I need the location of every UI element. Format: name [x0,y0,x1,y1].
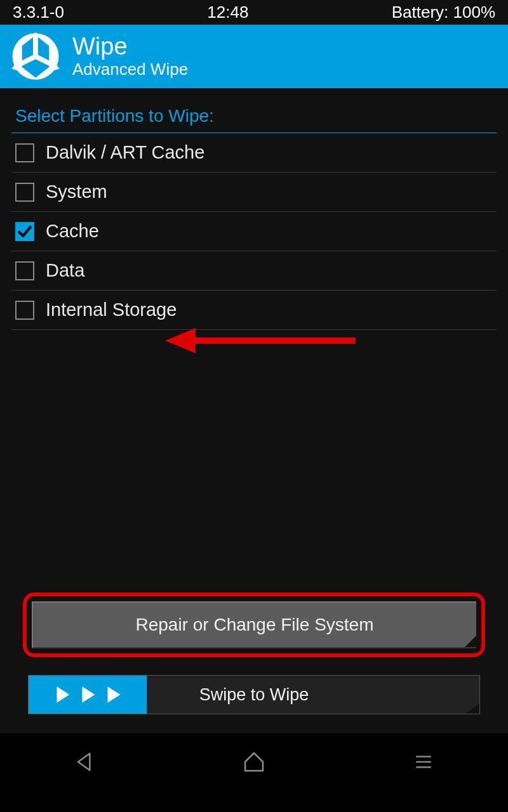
swipe-to-wipe-slider[interactable]: Swipe to Wipe [28,675,480,714]
partition-item-cache[interactable]: Cache [11,212,497,251]
partition-item-dalvik[interactable]: Dalvik / ART Cache [11,133,497,173]
partition-item-data[interactable]: Data [11,251,497,291]
main-content: Select Partitions to Wipe: Dalvik / ART … [0,88,508,732]
svg-marker-5 [57,686,70,703]
svg-marker-4 [165,328,196,353]
nav-menu-button[interactable] [404,743,443,781]
home-icon [241,749,267,775]
checkbox-icon[interactable] [15,261,34,280]
annotation-highlight: Repair or Change File System [23,593,485,657]
repair-change-fs-button[interactable]: Repair or Change File System [32,601,476,648]
page-header: Wipe Advanced Wipe [0,25,508,88]
menu-lines-icon [411,749,436,775]
swipe-label: Swipe to Wipe [199,685,309,705]
chevron-right-icon [102,684,124,705]
button-area: Repair or Change File System Swipe to Wi… [11,593,497,714]
nav-home-button[interactable] [235,743,273,781]
battery-label: Battery: 100% [392,3,495,22]
checkbox-checked-icon[interactable] [15,222,34,241]
svg-marker-7 [108,686,121,703]
checkbox-icon[interactable] [15,301,34,320]
swipe-handle[interactable] [29,676,147,714]
chevron-right-icon [51,684,73,705]
nav-back-button[interactable] [65,743,104,781]
section-title: Select Partitions to Wipe: [11,88,497,133]
checkbox-icon[interactable] [15,183,34,202]
svg-marker-6 [83,686,95,703]
partition-label: System [46,181,107,202]
partition-label: Dalvik / ART Cache [46,142,204,163]
partition-label: Data [46,260,84,281]
annotation-arrow-icon [165,328,356,353]
status-bar: 3.3.1-0 12:48 Battery: 100% [0,0,508,25]
clock-label: 12:48 [207,3,248,22]
version-label: 3.3.1-0 [13,3,64,22]
checkbox-icon[interactable] [15,143,34,162]
button-label: Repair or Change File System [135,615,373,635]
partition-item-internal-storage[interactable]: Internal Storage [11,291,497,330]
page-title: Wipe [72,34,188,60]
page-subtitle: Advanced Wipe [72,60,188,79]
partition-item-system[interactable]: System [11,173,497,212]
chevron-right-icon [77,684,98,705]
back-triangle-icon [72,749,97,775]
nav-bar [0,732,508,790]
twrp-logo-icon [11,32,60,81]
partition-label: Internal Storage [46,299,177,320]
partition-label: Cache [46,221,99,242]
partition-list: Dalvik / ART Cache System Cache Data Int… [11,133,497,330]
